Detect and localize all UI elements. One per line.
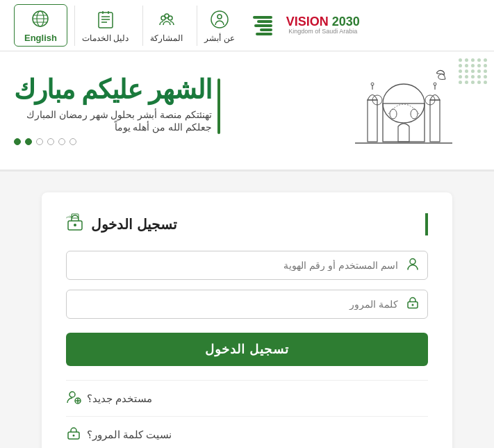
forgot-password-row[interactable]: نسيت كلمة المرور؟ (66, 416, 428, 448)
hero-section: الشهر عليكم مبارك تهنئتكم منصة أبشر بحلو… (0, 51, 494, 172)
svg-rect-5 (99, 13, 113, 28)
forgot-password-icon (66, 425, 81, 444)
nav-item-participation[interactable]: المشاركة (142, 6, 190, 46)
deco-dots (458, 58, 487, 84)
services-label: دليل الخدمات (82, 33, 129, 43)
dot-3[interactable] (47, 138, 54, 145)
top-navigation: VISION 2030 Kingdom of Saudi Arabia عن أ… (0, 0, 494, 51)
nav-item-absher[interactable]: عن أبشر (197, 6, 241, 46)
svg-rect-13 (430, 100, 440, 142)
password-input[interactable] (66, 290, 428, 319)
bottom-links: مستخدم جديد؟ نسيت كلمة المرور؟ (66, 380, 428, 448)
new-user-label: مستخدم جديد؟ (87, 392, 152, 405)
mosque-illustration (341, 65, 466, 156)
hero-carousel-dots (14, 138, 212, 145)
absher-label: عن أبشر (204, 33, 234, 43)
login-title: تسجيل الدخول (91, 216, 177, 233)
forgot-password-label: نسيت كلمة المرور؟ (87, 429, 172, 441)
username-input-group (66, 251, 428, 280)
hero-text-block: الشهر عليكم مبارك تهنئتكم منصة أبشر بحلو… (14, 76, 341, 145)
hero-subtitle: تهنئتكم منصة أبشر بحلول شهر رمضان المبار… (14, 109, 212, 120)
vision-2030-text: VISION 2030 (286, 15, 360, 28)
lock-icon (406, 296, 420, 313)
svg-point-18 (390, 109, 397, 119)
new-user-icon (66, 389, 81, 408)
dot-2[interactable] (58, 138, 65, 145)
login-button[interactable]: تسجيل الدخول (66, 333, 428, 366)
participation-icon (156, 8, 178, 31)
main-content: تسجيل الدخول أبشر (0, 172, 494, 448)
nav-item-english[interactable]: English (14, 4, 67, 47)
password-input-group (66, 290, 428, 319)
login-card: تسجيل الدخول أبشر (42, 192, 452, 448)
user-icon (406, 257, 420, 274)
chart-bars-icon (253, 16, 272, 35)
english-icon (29, 8, 51, 30)
vision-subtitle: Kingdom of Saudi Arabia (288, 28, 357, 35)
svg-point-28 (69, 392, 75, 397)
svg-point-22 (74, 224, 76, 226)
svg-point-4 (165, 14, 169, 18)
nav-item-services[interactable]: دليل الخدمات (74, 6, 135, 46)
svg-point-27 (412, 304, 414, 306)
dot-4[interactable] (36, 138, 43, 145)
hero-title: الشهر عليكم مبارك (14, 76, 212, 105)
english-label: English (24, 33, 57, 43)
svg-point-19 (411, 109, 418, 119)
new-user-row[interactable]: مستخدم جديد؟ (66, 380, 428, 416)
svg-point-1 (217, 15, 222, 19)
svg-point-33 (73, 435, 75, 437)
svg-point-0 (211, 11, 228, 28)
hero-subtitle2: جعلكم الله من أهله يوماً (14, 122, 212, 133)
dot-6[interactable] (14, 138, 21, 145)
vision-logo: VISION 2030 Kingdom of Saudi Arabia (286, 15, 360, 35)
dot-5[interactable] (25, 138, 32, 145)
login-title-row: تسجيل الدخول أبشر (66, 213, 428, 235)
services-icon (94, 8, 117, 31)
dot-1[interactable] (69, 138, 76, 145)
participation-label: المشاركة (150, 33, 183, 43)
absher-icon (208, 8, 231, 31)
svg-rect-10 (368, 100, 377, 142)
username-input[interactable] (66, 251, 428, 280)
login-title-icon: أبشر (66, 213, 84, 235)
svg-text:أبشر: أبشر (66, 213, 73, 219)
svg-point-25 (410, 259, 415, 265)
